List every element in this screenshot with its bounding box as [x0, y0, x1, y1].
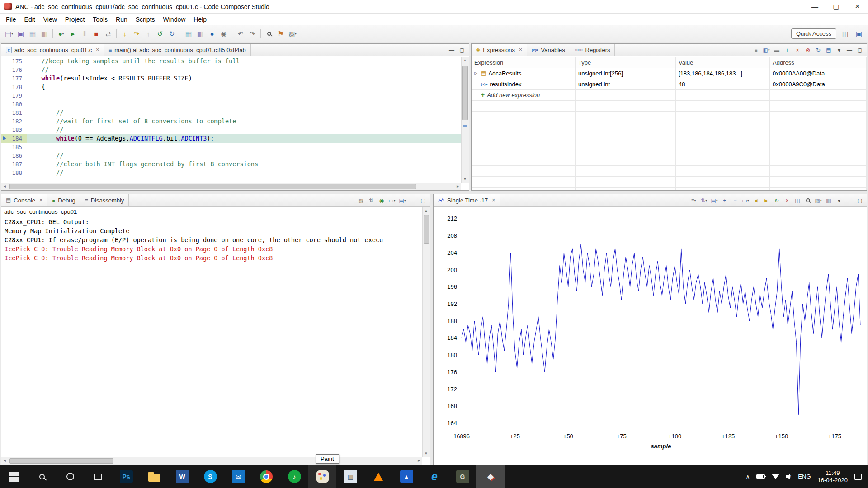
time-graph-plot[interactable]: 1641681721761801841881921962002042082121… [434, 207, 866, 465]
debug-icon[interactable]: ●▾ [56, 28, 66, 39]
minimize-view-icon[interactable]: — [845, 197, 854, 205]
suspend-icon[interactable]: ‖ [79, 28, 90, 39]
graph-settings-icon[interactable]: ▧▾ [814, 197, 822, 205]
step-over-icon[interactable]: ↷ [131, 28, 142, 39]
window-minimize-button[interactable]: — [804, 0, 826, 13]
tab-close-icon[interactable]: × [519, 47, 522, 53]
step-into-icon[interactable]: ↓ [119, 28, 130, 39]
column-header-type[interactable]: Type [576, 57, 676, 68]
tab-registers[interactable]: 1010Registers [570, 44, 615, 56]
print-icon[interactable]: ▥ [39, 28, 50, 39]
new-expressions-view-icon[interactable]: ▤ [825, 46, 833, 54]
ccs-button[interactable]: ◆ [476, 465, 505, 488]
zoom-in-icon[interactable]: + [721, 197, 729, 205]
cortana-button[interactable] [56, 465, 84, 488]
gimp-button[interactable]: G [448, 465, 476, 488]
refresh-expressions-icon[interactable]: ↻ [814, 46, 822, 54]
maximize-view-icon[interactable]: ▢ [856, 197, 864, 205]
music-button[interactable]: ♪ [280, 465, 308, 488]
view-menu-icon[interactable]: ▾ [835, 197, 843, 205]
menu-scripts[interactable]: Scripts [132, 14, 159, 24]
chrome-button[interactable] [252, 465, 280, 488]
scroll-up-arrow[interactable]: ▲ [462, 57, 468, 64]
menu-file[interactable]: File [2, 14, 20, 24]
show-types-icon[interactable]: ≡ [752, 46, 760, 54]
scroll-down-arrow[interactable]: ▼ [423, 450, 429, 457]
tab-close-icon[interactable]: × [96, 47, 99, 53]
taskbar-clock[interactable]: 11:49 16-04-2020 [818, 469, 848, 484]
minimize-view-icon[interactable]: — [448, 46, 456, 54]
expressions-table[interactable]: ExpressionTypeValueAddress ▷▤AdcaResults… [472, 57, 867, 190]
data-view-icon[interactable]: ▥ [825, 197, 833, 205]
action-center-icon[interactable] [854, 474, 862, 480]
save-all-icon[interactable]: ▦ [27, 28, 38, 39]
redo-icon[interactable]: ↷ [247, 28, 258, 39]
scroll-left-arrow[interactable]: ◄ [1, 457, 8, 464]
layout-icon[interactable]: ◧▾ [762, 46, 770, 54]
console-horizontal-scrollbar[interactable]: ◄► [1, 457, 422, 465]
scroll-right-arrow[interactable]: ► [415, 457, 422, 464]
maximize-view-icon[interactable]: ▢ [458, 46, 466, 54]
breakpoints-view-icon[interactable]: ● [207, 28, 217, 39]
scroll-right-arrow[interactable]: ► [454, 183, 461, 190]
language-indicator[interactable]: ENG [798, 473, 811, 480]
resume-icon[interactable]: ► [67, 28, 78, 39]
add-expression-row[interactable]: +Add new expression [472, 90, 867, 101]
memory-view-icon[interactable]: ▦ [183, 28, 194, 39]
calculator-button[interactable]: ▦ [336, 465, 364, 488]
search-data-icon[interactable] [804, 197, 812, 205]
scroll-left-arrow[interactable]: ◄ [1, 183, 8, 190]
column-header-address[interactable]: Address [770, 57, 867, 68]
expand-toggle-icon[interactable]: ▷ [474, 68, 479, 79]
zoom-out-icon[interactable]: − [731, 197, 739, 205]
pan-left-icon[interactable]: ◄ [752, 197, 760, 205]
console-output[interactable]: C28xx_CPU1: GEL Output:Memory Map Initia… [1, 217, 422, 457]
expression-row[interactable]: (x)=resultsIndexunsigned int480x0000A9C0… [472, 79, 867, 90]
expression-row[interactable]: ▷▤AdcaResultsunsigned int[256][183,186,1… [472, 68, 867, 79]
scroll-down-arrow[interactable]: ▼ [462, 176, 468, 183]
terminate-icon[interactable]: ■ [91, 28, 102, 39]
scale-icon[interactable]: ⇅▾ [700, 197, 708, 205]
scroll-up-arrow[interactable]: ▲ [423, 207, 429, 214]
menu-tools[interactable]: Tools [89, 14, 112, 24]
zoom-fit-icon[interactable]: ▭▾ [741, 197, 750, 205]
clear-console-icon[interactable]: ▨ [357, 197, 365, 205]
console-vertical-scrollbar[interactable]: ▲▼ [422, 207, 430, 457]
hidden-icons-chevron-icon[interactable]: ∧ [746, 474, 750, 480]
registers-view-icon[interactable]: ▥ [195, 28, 206, 39]
task-view-button[interactable] [84, 465, 112, 488]
menu-run[interactable]: Run [112, 14, 132, 24]
view-menu-icon[interactable]: ▾ [835, 46, 843, 54]
minimize-view-icon[interactable]: — [845, 46, 854, 54]
pan-right-icon[interactable]: ► [762, 197, 770, 205]
display-properties-icon[interactable]: ≡▾ [689, 197, 698, 205]
column-header-value[interactable]: Value [676, 57, 770, 68]
restart-icon[interactable]: ↺ [155, 28, 165, 39]
new-file-icon[interactable]: ▤▾ [4, 28, 14, 39]
add-expression-icon[interactable]: + [783, 46, 791, 54]
edge-button[interactable]: e [420, 465, 448, 488]
photos-button[interactable]: ▲ [392, 465, 420, 488]
refresh-graph-icon[interactable]: ↻ [773, 197, 781, 205]
undo-icon[interactable]: ↶ [235, 28, 246, 39]
scroll-lock-icon[interactable]: ⇅ [367, 197, 375, 205]
scrollbar-thumb[interactable] [462, 66, 468, 120]
edit-perspective-icon[interactable]: ◫ [840, 28, 851, 39]
export-graph-icon[interactable]: ◫ [793, 197, 802, 205]
tab-single-time-17[interactable]: Single Time -17× [434, 194, 500, 206]
window-maximize-button[interactable]: ▢ [826, 0, 847, 13]
collapse-all-icon[interactable]: ▬ [773, 46, 781, 54]
window-close-button[interactable]: × [847, 0, 868, 13]
tab-variables[interactable]: (x)=Variables [527, 44, 570, 56]
skype-button[interactable]: S [196, 465, 224, 488]
quick-access-button[interactable]: Quick Access [791, 28, 836, 39]
search-icon[interactable] [264, 28, 274, 39]
remove-all-expressions-icon[interactable]: ⊗ [804, 46, 812, 54]
volume-muted-icon[interactable]: × [786, 474, 791, 479]
menu-project[interactable]: Project [61, 14, 89, 24]
minimize-view-icon[interactable]: — [409, 197, 417, 205]
battery-icon[interactable] [756, 474, 765, 479]
scrollbar-thumb[interactable] [9, 184, 416, 189]
editor-horizontal-scrollbar[interactable]: ◄► [1, 183, 461, 190]
annotations-icon[interactable]: ▨▾ [287, 28, 298, 39]
